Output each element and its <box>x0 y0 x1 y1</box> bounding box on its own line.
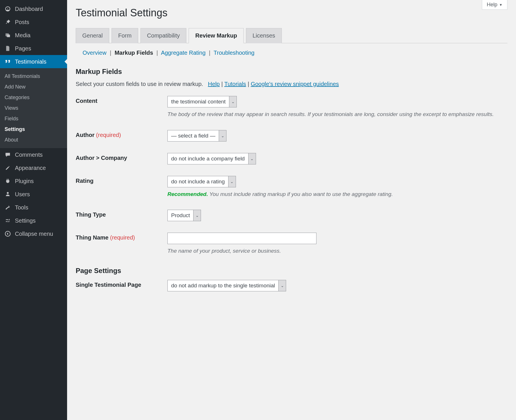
thing-name-input[interactable] <box>167 233 316 244</box>
subnav-overview[interactable]: Overview <box>83 50 106 56</box>
chevron-down-icon: ⌄ <box>193 210 201 221</box>
submenu-item-add-new[interactable]: Add New <box>0 82 67 92</box>
field-row-content: Content the testimonial content ⌄ The bo… <box>76 96 507 119</box>
subnav-troubleshooting[interactable]: Troubleshooting <box>214 50 255 56</box>
plugin-icon <box>4 177 11 185</box>
author-company-select[interactable]: do not include a company field ⌄ <box>167 153 256 164</box>
sidebar-item-settings[interactable]: Settings <box>0 214 67 227</box>
sidebar-item-label: Dashboard <box>15 6 43 12</box>
chevron-down-icon: ⌄ <box>248 153 256 164</box>
field-description: The body of the review that may appear i… <box>167 110 507 119</box>
sidebar-item-users[interactable]: Users <box>0 188 67 201</box>
subnav: Overview | Markup Fields | Aggregate Rat… <box>76 43 507 59</box>
tab-general[interactable]: General <box>76 28 109 43</box>
section-title-page-settings: Page Settings <box>76 267 507 275</box>
rating-select[interactable]: do not include a rating ⌄ <box>167 176 236 187</box>
subnav-markup-fields[interactable]: Markup Fields <box>115 50 153 56</box>
field-description: Recommended. You must include rating mar… <box>167 190 507 199</box>
sidebar-item-label: Appearance <box>15 165 46 171</box>
field-row-author-company: Author > Company do not include a compan… <box>76 153 507 164</box>
chevron-down-icon: ⌄ <box>228 176 236 187</box>
main-content: Help ▼ Testimonial Settings General Form… <box>67 0 516 420</box>
help-tab[interactable]: Help ▼ <box>482 0 507 10</box>
sidebar-item-pages[interactable]: Pages <box>0 42 67 55</box>
field-label: Thing Type <box>76 210 167 218</box>
thing-type-select[interactable]: Product ⌄ <box>167 210 201 221</box>
field-label: Rating <box>76 176 167 184</box>
sidebar-item-label: Testimonials <box>15 58 46 65</box>
chevron-down-icon: ⌄ <box>229 96 236 107</box>
tab-licenses[interactable]: Licenses <box>246 28 282 43</box>
tab-compatibility[interactable]: Compatibility <box>140 28 186 43</box>
sidebar-item-label: Comments <box>15 152 43 158</box>
link-tutorials[interactable]: Tutorials <box>224 81 246 87</box>
media-icon <box>4 32 11 39</box>
chevron-down-icon: ▼ <box>499 3 503 7</box>
sidebar-item-label: Posts <box>15 19 29 25</box>
sidebar-submenu: All Testimonials Add New Categories View… <box>0 68 67 148</box>
pages-icon <box>4 45 11 52</box>
tab-row: General Form Compatibility Review Markup… <box>76 28 507 43</box>
field-row-rating: Rating do not include a rating ⌄ Recomme… <box>76 176 507 199</box>
submenu-item-views[interactable]: Views <box>0 103 67 113</box>
sidebar-item-label: Tools <box>15 204 28 211</box>
sidebar-item-comments[interactable]: Comments <box>0 148 67 161</box>
sidebar-item-dashboard[interactable]: Dashboard <box>0 2 67 15</box>
chevron-down-icon: ⌄ <box>278 280 286 291</box>
submenu-item-settings[interactable]: Settings <box>0 124 67 135</box>
sidebar-item-label: Pages <box>15 45 31 52</box>
field-label: Thing Name (required) <box>76 233 167 241</box>
submenu-item-about[interactable]: About <box>0 135 67 145</box>
sidebar-item-label: Plugins <box>15 178 34 185</box>
subnav-aggregate-rating[interactable]: Aggregate Rating <box>161 50 206 56</box>
tab-form[interactable]: Form <box>112 28 138 43</box>
help-tab-label: Help <box>487 2 497 8</box>
field-label: Single Testimonial Page <box>76 280 167 288</box>
sidebar-item-appearance[interactable]: Appearance <box>0 161 67 174</box>
sidebar-item-collapse[interactable]: Collapse menu <box>0 227 67 240</box>
sidebar-item-tools[interactable]: Tools <box>0 201 67 214</box>
settings-icon <box>4 217 11 224</box>
page-title: Testimonial Settings <box>76 0 507 28</box>
sidebar-item-label: Collapse menu <box>15 231 53 237</box>
submenu-item-fields[interactable]: Fields <box>0 113 67 124</box>
link-guidelines[interactable]: Google's review snippet guidelines <box>251 81 339 87</box>
content-select[interactable]: the testimonial content ⌄ <box>167 96 237 107</box>
sidebar-item-posts[interactable]: Posts <box>0 15 67 29</box>
field-row-author: Author (required) — select a field — ⌄ <box>76 130 507 142</box>
field-label: Author > Company <box>76 153 167 161</box>
dashboard-icon <box>4 5 11 13</box>
section-intro: Select your custom fields to use in revi… <box>76 81 507 87</box>
link-help[interactable]: Help <box>208 81 220 87</box>
section-title-markup-fields: Markup Fields <box>76 68 507 76</box>
collapse-icon <box>4 230 11 238</box>
user-icon <box>4 191 11 198</box>
admin-sidebar: Dashboard Posts Media Pages Testimonials… <box>0 0 67 420</box>
sidebar-item-label: Users <box>15 191 30 198</box>
submenu-item-all-testimonials[interactable]: All Testimonials <box>0 71 67 82</box>
quote-icon <box>4 58 11 65</box>
sidebar-item-label: Settings <box>15 217 36 224</box>
field-label: Content <box>76 96 167 104</box>
appearance-icon <box>4 164 11 172</box>
field-description: The name of your product, service or bus… <box>167 247 507 255</box>
sidebar-item-label: Media <box>15 32 30 39</box>
tool-icon <box>4 204 11 211</box>
submenu-item-categories[interactable]: Categories <box>0 92 67 103</box>
single-page-select[interactable]: do not add markup to the single testimon… <box>167 280 286 291</box>
field-row-thing-name: Thing Name (required) The name of your p… <box>76 233 507 255</box>
pin-icon <box>4 18 11 26</box>
sidebar-item-testimonials[interactable]: Testimonials <box>0 55 67 68</box>
comment-icon <box>4 151 11 158</box>
sidebar-item-media[interactable]: Media <box>0 29 67 42</box>
field-label: Author (required) <box>76 130 167 138</box>
sidebar-item-plugins[interactable]: Plugins <box>0 174 67 188</box>
chevron-down-icon: ⌄ <box>219 130 226 141</box>
field-row-single-page: Single Testimonial Page do not add marku… <box>76 280 507 291</box>
tab-review-markup[interactable]: Review Markup <box>189 28 244 43</box>
field-row-thing-type: Thing Type Product ⌄ <box>76 210 507 221</box>
author-select[interactable]: — select a field — ⌄ <box>167 130 226 142</box>
